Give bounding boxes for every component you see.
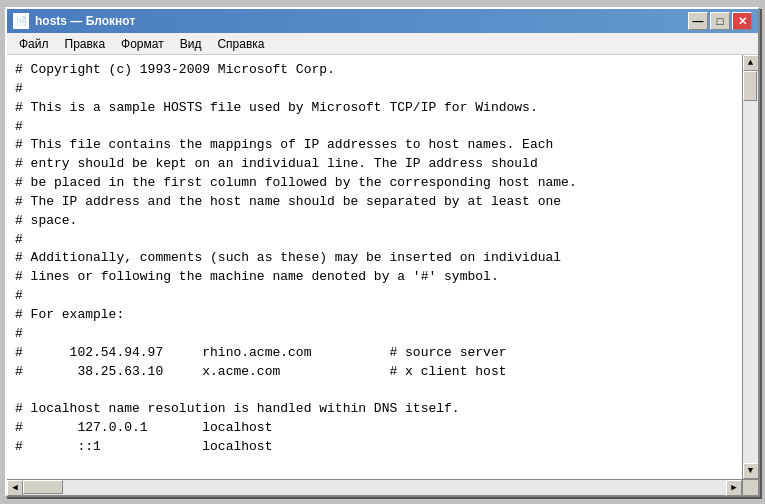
scrollbar-corner xyxy=(742,479,758,495)
scroll-thumb-h[interactable] xyxy=(23,480,63,494)
menu-help[interactable]: Справка xyxy=(209,35,272,53)
scroll-up-arrow[interactable]: ▲ xyxy=(743,55,759,71)
main-window: 📄 hosts — Блокнот — □ ✕ Файл Правка Форм… xyxy=(5,7,760,497)
window-title: hosts — Блокнот xyxy=(35,14,135,28)
close-button[interactable]: ✕ xyxy=(732,12,752,30)
maximize-button[interactable]: □ xyxy=(710,12,730,30)
menu-bar: Файл Правка Формат Вид Справка xyxy=(7,33,758,55)
title-bar: 📄 hosts — Блокнот — □ ✕ xyxy=(7,9,758,33)
scroll-left-arrow[interactable]: ◀ xyxy=(7,480,23,496)
editor-area: # Copyright (c) 1993-2009 Microsoft Corp… xyxy=(7,55,758,479)
text-editor[interactable]: # Copyright (c) 1993-2009 Microsoft Corp… xyxy=(7,55,742,479)
menu-format[interactable]: Формат xyxy=(113,35,172,53)
vertical-scrollbar[interactable]: ▲ ▼ xyxy=(742,55,758,479)
scroll-right-arrow[interactable]: ▶ xyxy=(726,480,742,496)
menu-view[interactable]: Вид xyxy=(172,35,210,53)
app-icon: 📄 xyxy=(13,13,29,29)
menu-edit[interactable]: Правка xyxy=(57,35,114,53)
scroll-thumb-v[interactable] xyxy=(743,71,757,101)
scroll-down-arrow[interactable]: ▼ xyxy=(743,463,759,479)
menu-file[interactable]: Файл xyxy=(11,35,57,53)
minimize-button[interactable]: — xyxy=(688,12,708,30)
scroll-track-h[interactable] xyxy=(23,480,726,495)
scroll-track-v[interactable] xyxy=(743,71,758,463)
title-bar-left: 📄 hosts — Блокнот xyxy=(13,13,135,29)
horizontal-scrollbar[interactable]: ◀ ▶ xyxy=(7,479,742,495)
bottom-bar: ◀ ▶ xyxy=(7,479,758,495)
window-controls: — □ ✕ xyxy=(688,12,752,30)
